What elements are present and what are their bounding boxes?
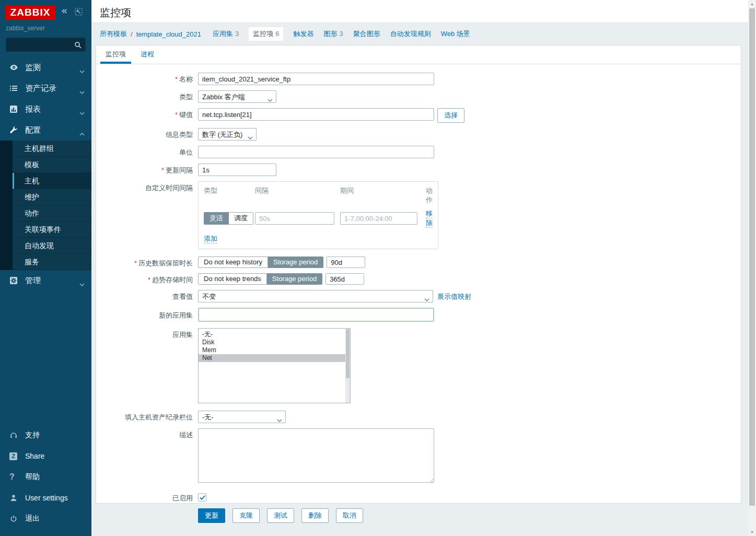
sidebar-item-share[interactable]: Z Share	[0, 446, 91, 467]
sidebar-item-help[interactable]: ? 帮助	[0, 467, 91, 487]
nav-web-scenarios[interactable]: Web 场景	[441, 29, 470, 39]
sidebar-item-label: 报表	[25, 104, 41, 114]
application-option-disk[interactable]: Disk	[199, 339, 350, 346]
collapse-sidebar-icon[interactable]: «	[62, 5, 67, 16]
sidebar-item-monitoring[interactable]: 监测	[0, 57, 91, 78]
sidebar-item-user-settings[interactable]: User settings	[0, 487, 91, 508]
name-input[interactable]	[198, 73, 434, 85]
listbox-scrollbar[interactable]	[345, 329, 350, 403]
flexible-option[interactable]: 灵活	[204, 212, 229, 225]
breadcrumb-template[interactable]: template_cloud_2021	[136, 30, 201, 38]
sidebar-item-reports[interactable]: 报表	[0, 99, 91, 120]
show-value-select[interactable]: 不变	[198, 290, 433, 302]
form-tabs: 监控项 进程	[96, 45, 741, 64]
col-interval: 间隔	[255, 186, 340, 205]
tab-item[interactable]: 监控项	[100, 45, 131, 64]
show-value-label: 查看值	[96, 290, 198, 301]
power-icon	[9, 515, 19, 523]
sidebar-item-maintenance[interactable]: 维护	[13, 189, 91, 205]
tab-preprocessing[interactable]: 进程	[135, 45, 159, 64]
units-input[interactable]	[198, 146, 434, 158]
gear-icon	[9, 276, 19, 285]
zabbix-logo[interactable]: ZABBIX	[5, 5, 55, 20]
application-option-none[interactable]: -无-	[199, 331, 350, 339]
sidebar-item-discovery[interactable]: 自动发现	[13, 238, 91, 254]
search-icon	[74, 41, 82, 49]
sidebar-item-administration[interactable]: 管理	[0, 270, 91, 291]
key-input[interactable]	[198, 108, 434, 121]
expand-sidebar-icon[interactable]	[75, 8, 83, 16]
sidebar-item-label: 帮助	[25, 472, 40, 482]
scroll-down-arrow[interactable]: ▼	[748, 530, 756, 534]
sidebar: ZABBIX « zabbix_server 监测 资产记录	[0, 0, 91, 536]
no-history-option[interactable]: Do not keep history	[198, 257, 268, 268]
chevron-up-icon	[79, 129, 85, 137]
search-input[interactable]	[6, 38, 86, 52]
remove-interval-link[interactable]: 移除	[426, 209, 433, 228]
chevron-down-icon	[79, 66, 85, 75]
sidebar-item-hosts[interactable]: 主机	[13, 173, 91, 189]
description-textarea[interactable]	[198, 428, 434, 483]
nav-items[interactable]: 监控项6	[249, 27, 283, 41]
scroll-up-arrow[interactable]: ▲	[748, 2, 756, 6]
application-option-mem[interactable]: Mem	[199, 346, 350, 354]
sidebar-item-configuration[interactable]: 配置	[0, 120, 91, 141]
add-interval-link[interactable]: 添加	[204, 235, 217, 243]
nav-graphs[interactable]: 图形3	[323, 29, 343, 39]
sidebar-item-label: Share	[25, 452, 44, 460]
nav-applications[interactable]: 应用集3	[213, 29, 239, 39]
sidebar-item-actions[interactable]: 动作	[13, 205, 91, 222]
show-value-mappings-link[interactable]: 展示值映射	[437, 292, 471, 301]
type-select[interactable]: Zabbix 客户端	[198, 90, 276, 103]
scheduling-option[interactable]: 调度	[229, 212, 253, 225]
trends-storage-option[interactable]: Storage period	[267, 273, 322, 285]
nav-discovery-rules[interactable]: 自动发现规则	[390, 29, 431, 39]
sidebar-item-support[interactable]: 支持	[0, 425, 91, 446]
delete-button[interactable]: 删除	[301, 508, 329, 523]
info-type-label: 信息类型	[96, 128, 198, 139]
trends-period-input[interactable]	[325, 273, 364, 285]
nav-triggers[interactable]: 触发器	[293, 29, 313, 39]
new-application-input[interactable]	[198, 308, 434, 322]
populate-inventory-label: 填入主机资产纪录栏位	[96, 411, 198, 422]
headphones-icon	[9, 431, 19, 439]
chevron-down-icon	[277, 416, 282, 424]
interval-input[interactable]	[255, 212, 334, 225]
history-label: *历史数据保留时长	[96, 257, 198, 268]
sidebar-item-inventory[interactable]: 资产记录	[0, 78, 91, 99]
test-button[interactable]: 测试	[267, 508, 294, 523]
item-form: *名称 类型 Zabbix 客户端 *键值 选择 信息类型	[96, 64, 741, 523]
sidebar-item-label: 资产记录	[25, 84, 56, 94]
sidebar-item-label: 支持	[25, 430, 40, 440]
sidebar-item-templates[interactable]: 模板	[13, 157, 91, 173]
info-type-select[interactable]: 数字 (无正负)	[198, 128, 257, 141]
sidebar-item-event-correlation[interactable]: 关联项事件	[13, 222, 91, 238]
server-name: zabbix_server	[0, 23, 91, 32]
clone-button[interactable]: 克隆	[232, 508, 260, 523]
key-select-button[interactable]: 选择	[437, 108, 464, 123]
scrollbar-thumb[interactable]	[749, 8, 755, 506]
application-option-net[interactable]: Net	[199, 354, 350, 362]
breadcrumb-separator: /	[131, 30, 133, 38]
applications-listbox[interactable]: -无- Disk Mem Net	[198, 328, 351, 403]
update-button[interactable]: 更新	[198, 508, 225, 523]
sidebar-item-host-groups[interactable]: 主机群组	[13, 141, 91, 157]
sidebar-item-logout[interactable]: 退出	[0, 508, 91, 529]
listbox-scrollbar-thumb[interactable]	[346, 329, 350, 378]
history-storage-option[interactable]: Storage period	[268, 257, 323, 268]
nav-screens[interactable]: 聚合图形	[353, 29, 380, 39]
page-scrollbar[interactable]: ▲ ▼	[748, 0, 756, 536]
update-interval-input[interactable]	[198, 164, 276, 176]
zabbix-app-window: ZABBIX « zabbix_server 监测 资产记录	[0, 0, 756, 536]
cancel-button[interactable]: 取消	[336, 508, 363, 523]
wrench-icon	[9, 126, 19, 134]
no-trends-option[interactable]: Do not keep trends	[198, 273, 267, 285]
sidebar-item-label: 退出	[25, 514, 40, 523]
period-input[interactable]	[340, 212, 417, 225]
sidebar-item-services[interactable]: 服务	[13, 254, 91, 270]
breadcrumb-all-templates[interactable]: 所有模板	[100, 29, 127, 39]
populate-inventory-select[interactable]: -无-	[198, 411, 286, 423]
enabled-checkbox[interactable]	[198, 493, 206, 502]
type-label: 类型	[96, 90, 198, 102]
history-period-input[interactable]	[327, 257, 365, 268]
